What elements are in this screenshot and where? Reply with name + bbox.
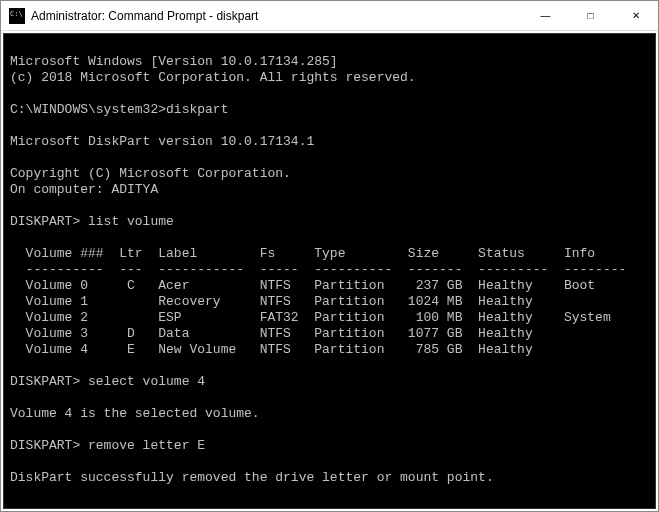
close-button[interactable]: ✕	[613, 1, 658, 30]
copyright-line: (c) 2018 Microsoft Corporation. All righ…	[10, 70, 416, 85]
table-row: Volume 2 ESP FAT32 Partition 100 MB Heal…	[10, 310, 611, 325]
prompt-line: DISKPART> remove letter E	[10, 438, 205, 453]
diskpart-copyright: Copyright (C) Microsoft Corporation.	[10, 166, 291, 181]
os-version-line: Microsoft Windows [Version 10.0.17134.28…	[10, 54, 338, 69]
prompt-line: DISKPART> list volume	[10, 214, 174, 229]
table-row: Volume 1 Recovery NTFS Partition 1024 MB…	[10, 294, 533, 309]
table-row: Volume 0 C Acer NTFS Partition 237 GB He…	[10, 278, 595, 293]
window: Administrator: Command Prompt - diskpart…	[0, 0, 659, 512]
select-result: Volume 4 is the selected volume.	[10, 406, 260, 421]
prompt-prefix: C:\WINDOWS\system32>	[10, 102, 166, 117]
prompt-command: diskpart	[166, 102, 228, 117]
prompt-prefix: DISKPART>	[10, 214, 88, 229]
window-controls: — □ ✕	[523, 1, 658, 30]
prompt-command: list volume	[88, 214, 174, 229]
prompt-line: C:\WINDOWS\system32>diskpart	[10, 102, 228, 117]
prompt-prefix: DISKPART>	[10, 438, 88, 453]
console-output[interactable]: Microsoft Windows [Version 10.0.17134.28…	[3, 33, 656, 509]
maximize-button[interactable]: □	[568, 1, 613, 30]
minimize-button[interactable]: —	[523, 1, 568, 30]
remove-result: DiskPart successfully removed the drive …	[10, 470, 494, 485]
table-header: Volume ### Ltr Label Fs Type Size Status…	[10, 246, 595, 261]
prompt-command: remove letter E	[88, 438, 205, 453]
cmd-icon	[9, 8, 25, 24]
diskpart-computer: On computer: ADITYA	[10, 182, 158, 197]
prompt-command: select volume 4	[88, 374, 205, 389]
table-divider: ---------- --- ----------- ----- -------…	[10, 262, 626, 277]
prompt-line: DISKPART> select volume 4	[10, 374, 205, 389]
prompt-prefix: DISKPART>	[10, 374, 88, 389]
diskpart-version: Microsoft DiskPart version 10.0.17134.1	[10, 134, 314, 149]
window-title: Administrator: Command Prompt - diskpart	[31, 9, 523, 23]
table-row: Volume 4 E New Volume NTFS Partition 785…	[10, 342, 533, 357]
table-row: Volume 3 D Data NTFS Partition 1077 GB H…	[10, 326, 533, 341]
titlebar[interactable]: Administrator: Command Prompt - diskpart…	[1, 1, 658, 31]
